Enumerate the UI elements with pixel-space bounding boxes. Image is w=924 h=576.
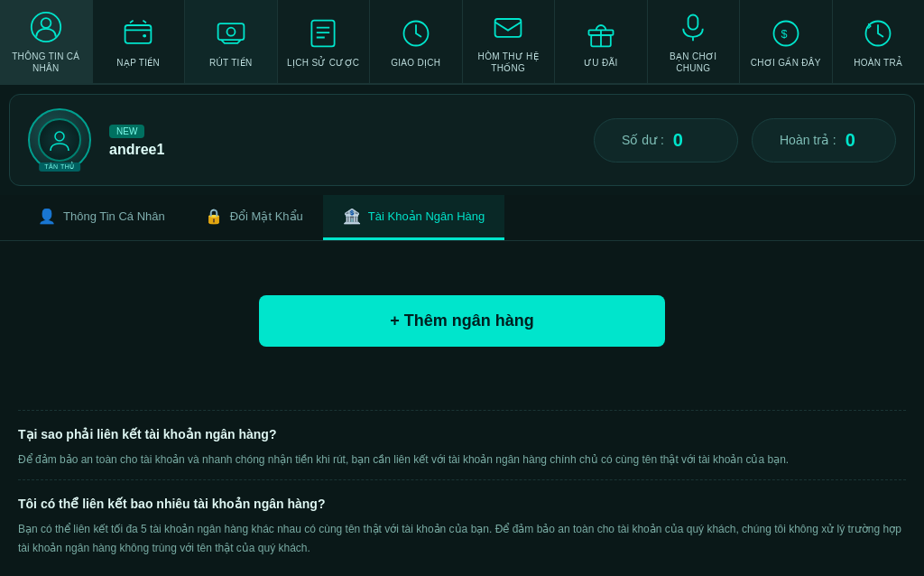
- tab-lock-icon: 🔒: [205, 208, 223, 225]
- nav-item-ban-choi[interactable]: BẠN CHƠI CHUNG: [648, 0, 741, 83]
- avatar-rank-label: TÂN THỦ: [39, 163, 80, 172]
- refund-clock-icon: [860, 15, 896, 51]
- nav-label-hoan-tra: HOÀN TRẢ: [854, 57, 902, 69]
- svg-text:$: $: [781, 28, 787, 41]
- wallet-icon: [120, 15, 156, 51]
- mailbox-icon: [490, 9, 526, 45]
- nav-label-giao-dich: GIAO DỊCH: [391, 57, 440, 69]
- nav-item-thong-tin[interactable]: THÔNG TIN CÁ NHÂN: [0, 0, 93, 83]
- add-bank-area: + Thêm ngân hàng: [18, 268, 906, 374]
- main-content: + Thêm ngân hàng: [0, 241, 924, 401]
- faq-item-1: Tại sao phải liên kết tài khoản ngân hàn…: [18, 410, 906, 479]
- faq-question-2: Tôi có thể liên kết bao nhiêu tài khoản …: [18, 497, 906, 511]
- svg-point-3: [143, 33, 147, 37]
- nav-label-nap-tien: NẠP TIỀN: [116, 57, 160, 69]
- nav-label-rut-tien: RÚT TIỀN: [209, 57, 252, 69]
- add-bank-button[interactable]: + Thêm ngân hàng: [259, 295, 665, 347]
- nav-label-thong-tin: THÔNG TIN CÁ NHÂN: [4, 51, 88, 74]
- gift-icon: [583, 15, 619, 51]
- profile-stats: Số dư : 0 Hoàn trả : 0: [594, 118, 896, 163]
- svg-rect-2: [125, 25, 152, 43]
- nav-label-choi-gan: CHƠI GẦN ĐÂY: [751, 57, 821, 69]
- nav-item-giao-dich[interactable]: GIAO DỊCH: [370, 0, 463, 83]
- tab-bank-icon: 🏦: [343, 208, 361, 225]
- faq-item-2: Tôi có thể liên kết bao nhiêu tài khoản …: [18, 479, 906, 568]
- svg-point-15: [55, 132, 64, 141]
- so-du-value: 0: [673, 130, 683, 151]
- coin-icon: $: [768, 15, 804, 51]
- profile-info: NEW andree1: [109, 122, 576, 158]
- history-icon: [305, 15, 341, 51]
- money-withdraw-icon: [213, 15, 249, 51]
- nav-item-uu-dai[interactable]: ƯU ĐÃI: [555, 0, 648, 83]
- tab-tai-khoan-label: Tài Khoản Ngân Hàng: [368, 209, 485, 223]
- clock-icon: [398, 15, 434, 51]
- avatar: TÂN THỦ: [28, 108, 91, 172]
- faq-answer-1: Để đảm bảo an toàn cho tài khoản và nhan…: [18, 451, 906, 469]
- svg-point-1: [41, 18, 51, 28]
- person-icon: [28, 9, 64, 45]
- tab-tai-khoan[interactable]: 🏦 Tài Khoản Ngân Hàng: [323, 195, 504, 240]
- nav-item-rut-tien[interactable]: RÚT TIỀN: [185, 0, 278, 83]
- faq-question-1: Tại sao phải liên kết tài khoản ngân hàn…: [18, 427, 906, 441]
- nav-label-uu-dai: ƯU ĐÃI: [584, 57, 617, 69]
- avatar-inner: [38, 118, 81, 162]
- faq-section: Tại sao phải liên kết tài khoản ngân hàn…: [0, 401, 924, 576]
- nav-label-ban-choi: BẠN CHƠI CHUNG: [651, 51, 736, 74]
- top-navigation: THÔNG TIN CÁ NHÂN NẠP TIỀN RÚT TIỀN: [0, 0, 924, 85]
- nav-label-hom-thu: HÒM THƯ HỆ THỐNG: [467, 51, 551, 74]
- hoan-tra-box: Hoàn trả : 0: [752, 118, 896, 163]
- nav-item-lich-su[interactable]: LỊCH SỬ CƯỢC: [278, 0, 371, 83]
- tab-doi-mat-khau[interactable]: 🔒 Đổi Mật Khẩu: [185, 195, 323, 240]
- svg-rect-8: [495, 19, 522, 37]
- profile-new-badge: NEW: [109, 125, 144, 138]
- hoan-tra-label: Hoàn trả :: [780, 133, 836, 147]
- nav-item-hoan-tra[interactable]: HOÀN TRẢ: [833, 0, 925, 83]
- svg-rect-11: [688, 15, 698, 30]
- tab-person-icon: 👤: [38, 208, 56, 225]
- profile-section: TÂN THỦ NEW andree1 Số dư : 0 Hoàn trả :…: [9, 94, 915, 186]
- tab-thong-tin[interactable]: 👤 Thông Tin Cá Nhân: [18, 195, 185, 240]
- so-du-label: Số dư :: [622, 133, 664, 147]
- profile-username: andree1: [109, 142, 576, 158]
- svg-point-5: [226, 27, 235, 35]
- tab-doi-mat-khau-label: Đổi Mật Khẩu: [230, 209, 303, 223]
- hoan-tra-value: 0: [845, 130, 855, 151]
- tabs-section: 👤 Thông Tin Cá Nhân 🔒 Đổi Mật Khẩu 🏦 Tài…: [0, 195, 924, 241]
- nav-item-hom-thu[interactable]: HÒM THƯ HỆ THỐNG: [463, 0, 556, 83]
- so-du-box: Số dư : 0: [594, 118, 738, 163]
- nav-item-nap-tien[interactable]: NẠP TIỀN: [93, 0, 186, 83]
- nav-item-choi-gan[interactable]: $ CHƠI GẦN ĐÂY: [740, 0, 833, 83]
- svg-rect-4: [217, 23, 244, 40]
- microphone-icon: [675, 9, 711, 45]
- faq-answer-2: Bạn có thể liên kết tối đa 5 tài khoản n…: [18, 520, 906, 557]
- nav-label-lich-su: LỊCH SỬ CƯỢC: [287, 57, 359, 69]
- tab-thong-tin-label: Thông Tin Cá Nhân: [63, 209, 165, 223]
